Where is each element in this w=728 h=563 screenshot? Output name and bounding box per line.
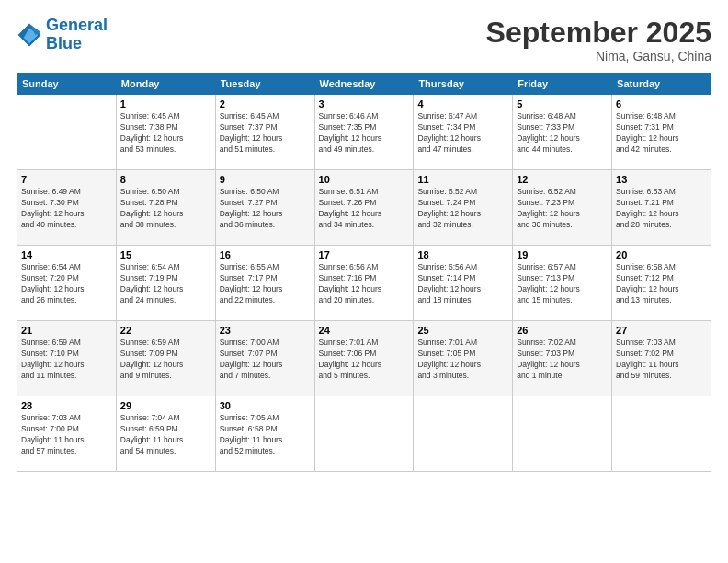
day-number: 13: [616, 174, 707, 185]
day-number: 30: [220, 400, 311, 411]
calendar-cell: 5Sunrise: 6:48 AM Sunset: 7:33 PM Daylig…: [513, 95, 612, 170]
cell-info: Sunrise: 6:54 AM Sunset: 7:19 PM Dayligh…: [120, 262, 211, 306]
day-number: 25: [417, 325, 508, 336]
calendar-cell: 19Sunrise: 6:57 AM Sunset: 7:13 PM Dayli…: [513, 246, 612, 321]
week-row-3: 14Sunrise: 6:54 AM Sunset: 7:20 PM Dayli…: [17, 246, 711, 321]
col-header-monday: Monday: [116, 74, 215, 95]
cell-info: Sunrise: 6:45 AM Sunset: 7:38 PM Dayligh…: [120, 111, 211, 155]
cell-info: Sunrise: 7:03 AM Sunset: 7:00 PM Dayligh…: [21, 413, 112, 457]
calendar-cell: 30Sunrise: 7:05 AM Sunset: 6:58 PM Dayli…: [215, 396, 314, 472]
day-number: 28: [21, 400, 112, 411]
cell-info: Sunrise: 6:59 AM Sunset: 7:09 PM Dayligh…: [120, 338, 211, 382]
calendar-cell: 25Sunrise: 7:01 AM Sunset: 7:05 PM Dayli…: [414, 321, 513, 396]
day-number: 8: [120, 174, 211, 185]
cell-info: Sunrise: 6:55 AM Sunset: 7:17 PM Dayligh…: [220, 262, 311, 306]
day-number: 4: [417, 98, 508, 109]
cell-info: Sunrise: 7:01 AM Sunset: 7:06 PM Dayligh…: [319, 338, 410, 382]
cell-info: Sunrise: 7:05 AM Sunset: 6:58 PM Dayligh…: [220, 413, 311, 457]
header: General Blue September 2025 Nima, Gansu,…: [17, 17, 711, 63]
cell-info: Sunrise: 6:50 AM Sunset: 7:28 PM Dayligh…: [120, 187, 211, 231]
column-headers: SundayMondayTuesdayWednesdayThursdayFrid…: [17, 74, 711, 95]
day-number: 11: [417, 174, 508, 185]
location: Nima, Gansu, China: [486, 49, 711, 63]
page: General Blue September 2025 Nima, Gansu,…: [0, 0, 728, 563]
day-number: 14: [21, 249, 112, 260]
calendar-cell: 17Sunrise: 6:56 AM Sunset: 7:16 PM Dayli…: [314, 246, 414, 321]
cell-info: Sunrise: 6:48 AM Sunset: 7:33 PM Dayligh…: [517, 111, 608, 155]
logo-line1: General: [46, 16, 108, 34]
calendar-cell: [612, 396, 711, 472]
day-number: 27: [616, 325, 707, 336]
month-title: September 2025: [486, 17, 711, 49]
calendar-cell: 28Sunrise: 7:03 AM Sunset: 7:00 PM Dayli…: [17, 396, 117, 472]
calendar-body: 1Sunrise: 6:45 AM Sunset: 7:38 PM Daylig…: [17, 95, 711, 472]
calendar-cell: 7Sunrise: 6:49 AM Sunset: 7:30 PM Daylig…: [17, 170, 117, 246]
cell-info: Sunrise: 6:50 AM Sunset: 7:27 PM Dayligh…: [220, 187, 311, 231]
calendar-cell: 22Sunrise: 6:59 AM Sunset: 7:09 PM Dayli…: [116, 321, 215, 396]
cell-info: Sunrise: 6:56 AM Sunset: 7:16 PM Dayligh…: [319, 262, 410, 306]
cell-info: Sunrise: 6:52 AM Sunset: 7:23 PM Dayligh…: [517, 187, 608, 231]
calendar-cell: 13Sunrise: 6:53 AM Sunset: 7:21 PM Dayli…: [612, 170, 711, 246]
col-header-wednesday: Wednesday: [314, 74, 414, 95]
calendar-cell: 24Sunrise: 7:01 AM Sunset: 7:06 PM Dayli…: [314, 321, 414, 396]
calendar-cell: [17, 95, 117, 170]
day-number: 12: [517, 174, 608, 185]
col-header-sunday: Sunday: [17, 74, 117, 95]
calendar-cell: 12Sunrise: 6:52 AM Sunset: 7:23 PM Dayli…: [513, 170, 612, 246]
calendar-cell: 1Sunrise: 6:45 AM Sunset: 7:38 PM Daylig…: [116, 95, 215, 170]
cell-info: Sunrise: 6:49 AM Sunset: 7:30 PM Dayligh…: [21, 187, 112, 231]
col-header-saturday: Saturday: [612, 74, 711, 95]
cell-info: Sunrise: 6:48 AM Sunset: 7:31 PM Dayligh…: [616, 111, 707, 155]
day-number: 5: [517, 98, 608, 109]
cell-info: Sunrise: 7:00 AM Sunset: 7:07 PM Dayligh…: [220, 338, 311, 382]
calendar-cell: 14Sunrise: 6:54 AM Sunset: 7:20 PM Dayli…: [17, 246, 117, 321]
calendar-cell: [414, 396, 513, 472]
cell-info: Sunrise: 6:52 AM Sunset: 7:24 PM Dayligh…: [417, 187, 508, 231]
day-number: 29: [120, 400, 211, 411]
cell-info: Sunrise: 7:02 AM Sunset: 7:03 PM Dayligh…: [517, 338, 608, 382]
day-number: 23: [220, 325, 311, 336]
cell-info: Sunrise: 6:45 AM Sunset: 7:37 PM Dayligh…: [220, 111, 311, 155]
day-number: 7: [21, 174, 112, 185]
calendar-cell: 3Sunrise: 6:46 AM Sunset: 7:35 PM Daylig…: [314, 95, 414, 170]
calendar-cell: 16Sunrise: 6:55 AM Sunset: 7:17 PM Dayli…: [215, 246, 314, 321]
cell-info: Sunrise: 6:59 AM Sunset: 7:10 PM Dayligh…: [21, 338, 112, 382]
cell-info: Sunrise: 6:46 AM Sunset: 7:35 PM Dayligh…: [319, 111, 410, 155]
calendar-cell: 10Sunrise: 6:51 AM Sunset: 7:26 PM Dayli…: [314, 170, 414, 246]
cell-info: Sunrise: 6:47 AM Sunset: 7:34 PM Dayligh…: [417, 111, 508, 155]
logo-text: General Blue: [46, 17, 108, 53]
calendar-cell: 15Sunrise: 6:54 AM Sunset: 7:19 PM Dayli…: [116, 246, 215, 321]
day-number: 15: [120, 249, 211, 260]
calendar-cell: 23Sunrise: 7:00 AM Sunset: 7:07 PM Dayli…: [215, 321, 314, 396]
calendar-cell: 8Sunrise: 6:50 AM Sunset: 7:28 PM Daylig…: [116, 170, 215, 246]
day-number: 9: [220, 174, 311, 185]
calendar-cell: 4Sunrise: 6:47 AM Sunset: 7:34 PM Daylig…: [414, 95, 513, 170]
logo: General Blue: [17, 17, 108, 53]
week-row-1: 1Sunrise: 6:45 AM Sunset: 7:38 PM Daylig…: [17, 95, 711, 170]
cell-info: Sunrise: 7:04 AM Sunset: 6:59 PM Dayligh…: [120, 413, 211, 457]
day-number: 24: [319, 325, 410, 336]
calendar-cell: 27Sunrise: 7:03 AM Sunset: 7:02 PM Dayli…: [612, 321, 711, 396]
day-number: 1: [120, 98, 211, 109]
calendar-cell: [513, 396, 612, 472]
cell-info: Sunrise: 7:03 AM Sunset: 7:02 PM Dayligh…: [616, 338, 707, 382]
day-number: 16: [220, 249, 311, 260]
col-header-thursday: Thursday: [414, 74, 513, 95]
logo-icon: [17, 22, 42, 48]
day-number: 19: [517, 249, 608, 260]
calendar-cell: 2Sunrise: 6:45 AM Sunset: 7:37 PM Daylig…: [215, 95, 314, 170]
day-number: 18: [417, 249, 508, 260]
calendar-cell: 18Sunrise: 6:56 AM Sunset: 7:14 PM Dayli…: [414, 246, 513, 321]
col-header-tuesday: Tuesday: [215, 74, 314, 95]
calendar-cell: 11Sunrise: 6:52 AM Sunset: 7:24 PM Dayli…: [414, 170, 513, 246]
week-row-5: 28Sunrise: 7:03 AM Sunset: 7:00 PM Dayli…: [17, 396, 711, 472]
cell-info: Sunrise: 6:57 AM Sunset: 7:13 PM Dayligh…: [517, 262, 608, 306]
day-number: 22: [120, 325, 211, 336]
logo-line2: Blue: [46, 34, 82, 52]
week-row-2: 7Sunrise: 6:49 AM Sunset: 7:30 PM Daylig…: [17, 170, 711, 246]
day-number: 2: [220, 98, 311, 109]
title-block: September 2025 Nima, Gansu, China: [486, 17, 711, 63]
cell-info: Sunrise: 6:58 AM Sunset: 7:12 PM Dayligh…: [616, 262, 707, 306]
day-number: 6: [616, 98, 707, 109]
cell-info: Sunrise: 6:53 AM Sunset: 7:21 PM Dayligh…: [616, 187, 707, 231]
